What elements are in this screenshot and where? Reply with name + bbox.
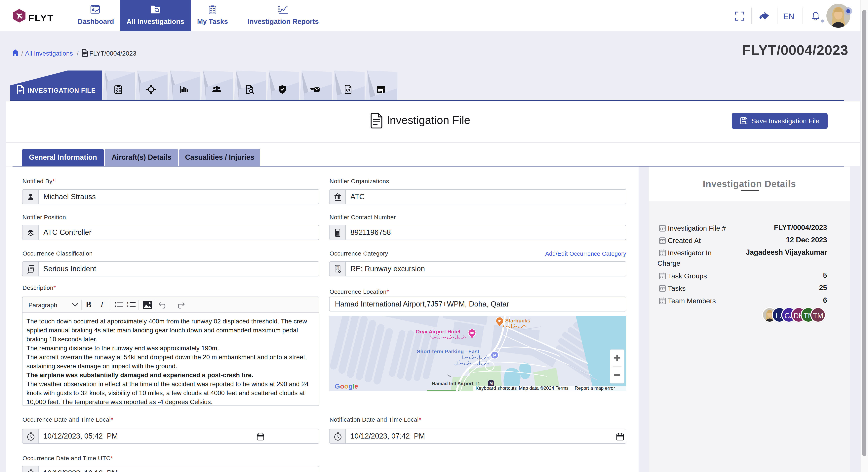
svg-text:Oryx Airport Hotel: Oryx Airport Hotel	[416, 329, 460, 334]
svg-text:g: g	[348, 382, 352, 390]
svg-text:M: M	[490, 381, 493, 386]
svg-text:Short-term Parking - East: Short-term Parking - East	[417, 349, 479, 354]
svg-text:o: o	[340, 382, 344, 390]
svg-text:1: 1	[127, 301, 128, 304]
svg-text:P: P	[493, 353, 496, 358]
svg-text:0110: 0110	[336, 269, 339, 270]
svg-text:Map data ©2024: Map data ©2024	[519, 385, 554, 391]
svg-text:Terms: Terms	[556, 385, 568, 391]
svg-text:Hamad Intl Airport T1: Hamad Intl Airport T1	[432, 381, 480, 386]
svg-text:G: G	[335, 382, 340, 390]
svg-text:Keyboard shortcuts: Keyboard shortcuts	[475, 385, 517, 391]
svg-text:Starbucks: Starbucks	[505, 318, 530, 324]
svg-text:e: e	[354, 382, 358, 390]
svg-text:o: o	[344, 382, 348, 390]
svg-text:Report a map error: Report a map error	[575, 385, 615, 391]
svg-text:2: 2	[127, 305, 128, 308]
